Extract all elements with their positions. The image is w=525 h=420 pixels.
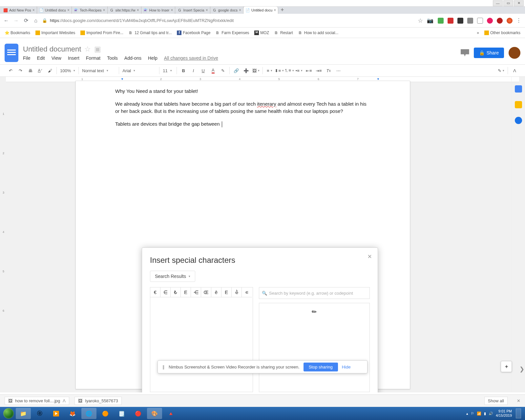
chevron-up-icon[interactable]: ᐱ	[63, 398, 66, 403]
bookmark-item[interactable]: 🗎Restart	[272, 30, 295, 36]
hide-share-bar-button[interactable]: Hide	[342, 365, 351, 369]
ie-icon[interactable]: ⓔ	[32, 408, 47, 419]
tab-close-icon[interactable]: ×	[239, 8, 241, 12]
char-cell[interactable]: ₺	[171, 287, 181, 297]
redo-button[interactable]: ↷	[16, 66, 25, 75]
image-button[interactable]: 🖼	[251, 66, 261, 75]
tab-close-icon[interactable]: ×	[137, 8, 139, 12]
star-icon[interactable]: ☆	[417, 17, 424, 24]
char-cell[interactable]: ē	[211, 287, 221, 297]
char-cell[interactable]: Е	[181, 287, 191, 297]
menu-tools[interactable]: Tools	[107, 55, 118, 61]
decrease-indent-button[interactable]: ⇤≡	[304, 66, 313, 75]
firefox-icon[interactable]: 🦊	[65, 408, 80, 419]
bookmark-item[interactable]: Important Websites	[33, 30, 77, 36]
dialog-close-button[interactable]: ×	[368, 252, 372, 261]
calendar-icon[interactable]	[515, 85, 522, 93]
share-button[interactable]: 🔒Share	[474, 48, 504, 58]
doc-paragraph[interactable]: Why You Need a stand for your tablet!	[115, 88, 370, 95]
font-select[interactable]: Arial	[121, 68, 157, 73]
tab-close-icon[interactable]: ×	[206, 8, 208, 12]
highlight-button[interactable]: ✎	[218, 66, 227, 75]
menu-addons[interactable]: Add-ons	[124, 55, 141, 61]
increase-indent-button[interactable]: ⇥≡	[314, 66, 323, 75]
document-title[interactable]: Untitled document	[23, 45, 81, 53]
menu-format[interactable]: Format	[86, 55, 100, 61]
vlc-icon[interactable]: 🔺	[163, 408, 178, 419]
align-button[interactable]: ≡	[265, 66, 274, 75]
clock[interactable]: 9:01 PM 4/15/2019	[496, 409, 512, 418]
menu-file[interactable]: File	[23, 55, 31, 61]
extension-icon[interactable]	[507, 18, 513, 24]
back-button[interactable]: ←	[3, 17, 10, 24]
char-cell[interactable]: ⋲	[191, 287, 201, 297]
wifi-icon[interactable]: 📶	[477, 411, 481, 416]
start-button[interactable]	[2, 407, 15, 420]
char-cell[interactable]: ḕ	[232, 287, 242, 297]
bookmark-item[interactable]: Imported From Fire...	[78, 30, 125, 36]
download-item[interactable]: 🖼Iyaroko_5587673	[74, 397, 121, 405]
bulleted-list-button[interactable]: •≡	[294, 66, 304, 75]
spellcheck-button[interactable]: Aᐟ	[35, 66, 45, 75]
underline-button[interactable]: U	[199, 66, 208, 75]
search-input[interactable]: 🔍 Search by keyword (e.g. arrow) or code…	[259, 287, 370, 299]
side-panel-expand[interactable]: ❯	[519, 366, 524, 373]
home-button[interactable]: ⌂	[32, 17, 39, 24]
bookmark-item[interactable]: ⭐Bookmarks	[3, 30, 32, 36]
numbered-list-button[interactable]: ⒈≡	[284, 66, 294, 75]
notes-icon[interactable]: 🗒️	[114, 408, 129, 419]
tab-close-icon[interactable]: ×	[32, 8, 35, 12]
tab-item-active[interactable]: 📄Untitled docu×	[243, 7, 278, 14]
show-all-downloads-button[interactable]: Show all	[484, 397, 508, 405]
extension-icon[interactable]	[477, 18, 483, 24]
menu-view[interactable]: View	[52, 55, 61, 61]
bookmarks-overflow[interactable]: »	[475, 30, 481, 36]
win-min-button[interactable]: —	[493, 0, 503, 6]
comment-button[interactable]: ➕	[242, 66, 251, 75]
style-select[interactable]: Normal text	[81, 68, 117, 73]
bold-button[interactable]: B	[179, 66, 188, 75]
docs-logo-icon[interactable]	[5, 44, 18, 62]
tab-item[interactable]: Ggoogle docs×	[210, 7, 243, 14]
italic-button[interactable]: I	[189, 66, 198, 75]
win-close-button[interactable]: ✕	[514, 0, 524, 6]
star-icon[interactable]: ☆	[84, 45, 91, 53]
move-icon[interactable]: ▣	[94, 45, 101, 53]
tab-item[interactable]: 🟥Add New Pos×	[1, 7, 37, 14]
win-max-button[interactable]: ▭	[503, 0, 513, 6]
char-cell[interactable]: €	[150, 287, 160, 297]
bookmark-item[interactable]: 🗎Farm Expenses	[214, 30, 251, 36]
bookmark-item[interactable]: 🗎12 Gmail tips and tr...	[127, 30, 174, 36]
explore-button[interactable]: ✦	[501, 361, 512, 372]
more-button[interactable]: ⋯	[334, 66, 343, 75]
extension-icon[interactable]	[497, 18, 503, 24]
line-spacing-button[interactable]: ⬍≡	[275, 66, 284, 75]
tab-item[interactable]: GInsert Specia×	[175, 7, 210, 14]
battery-icon[interactable]: ▮	[484, 411, 486, 416]
text-color-button[interactable]: A	[208, 66, 218, 75]
save-status[interactable]: All changes saved in Drive	[164, 55, 218, 61]
paint-icon[interactable]: 🎨	[147, 408, 162, 419]
keep-icon[interactable]	[515, 101, 522, 108]
doc-paragraph[interactable]: We already know that tablets have become…	[115, 100, 370, 115]
chrome-icon[interactable]: 🌐	[81, 408, 96, 419]
tab-item[interactable]: 📄Untitled docu×	[37, 7, 72, 14]
doc-paragraph[interactable]: Tablets are devices that bridge the gap …	[115, 120, 370, 128]
collapse-toolbar-button[interactable]: ᐱ	[510, 66, 519, 75]
undo-button[interactable]: ↶	[6, 66, 15, 75]
url-bar[interactable]: 🔒 https://docs.google.com/document/d/1Yu…	[42, 18, 414, 23]
link-button[interactable]: 🔗	[232, 66, 241, 75]
char-cell[interactable]: Œ	[201, 287, 211, 297]
tasks-icon[interactable]	[515, 117, 522, 124]
menu-insert[interactable]: Insert	[68, 55, 79, 61]
clear-formatting-button[interactable]: Tx	[324, 66, 333, 75]
pause-icon[interactable]: ‖	[162, 365, 165, 369]
char-cell[interactable]: Ε	[221, 287, 232, 297]
paint-format-button[interactable]: 🖌	[45, 66, 54, 75]
extension-icon[interactable]	[467, 18, 473, 24]
tab-close-icon[interactable]: ×	[103, 8, 105, 12]
opera-icon[interactable]: 🔴	[131, 408, 146, 419]
extension-icon[interactable]	[438, 18, 444, 24]
other-bookmarks[interactable]: Other bookmarks	[482, 30, 522, 36]
tab-item[interactable]: Gsite:https://w×	[108, 7, 141, 14]
